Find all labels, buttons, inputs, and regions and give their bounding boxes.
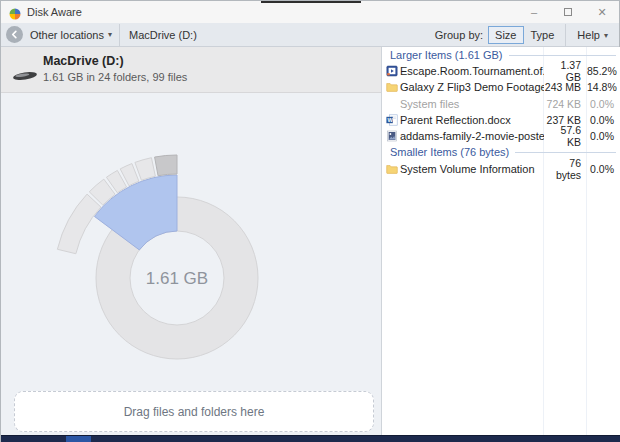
folder-icon <box>385 81 398 93</box>
window-title: Disk Aware <box>27 6 82 18</box>
image-file-icon <box>385 130 398 142</box>
item-name: Parent Reflection.docx <box>398 114 544 126</box>
help-label: Help <box>577 29 600 41</box>
maximize-icon <box>564 8 572 16</box>
toolbar: Other locations ▾ MacDrive (D:) Group by… <box>1 23 619 47</box>
list-item[interactable]: System files724 KB0.0% <box>382 96 620 112</box>
item-name: System files <box>398 98 544 110</box>
item-size: 57.6 KB <box>544 124 587 148</box>
svg-text:W: W <box>387 117 393 123</box>
list-item[interactable]: System Volume Information76 bytes0.0% <box>382 160 620 176</box>
item-size: 724 KB <box>544 98 587 110</box>
breadcrumb[interactable]: MacDrive (D:) <box>120 26 206 44</box>
group-header-rule <box>509 55 617 56</box>
file-list: Larger Items (1.61 GB)Escape.Room.Tourna… <box>382 47 620 177</box>
group-header-label: Larger Items (1.61 GB) <box>390 49 503 61</box>
taskbar-segment <box>66 436 91 442</box>
video-file-icon <box>385 65 398 77</box>
back-arrow-icon <box>10 30 19 39</box>
item-percent: 0.0% <box>587 98 620 110</box>
other-locations-label: Other locations <box>30 29 104 41</box>
drive-header[interactable]: MacDrive (D:) 1.61 GB in 24 folders, 99 … <box>1 47 381 93</box>
chevron-down-icon: ▾ <box>108 30 112 39</box>
chart-outer-segment[interactable] <box>57 194 101 254</box>
maximize-button[interactable] <box>551 1 585 23</box>
drive-name: MacDrive (D:) <box>43 54 124 68</box>
title-bar: Disk Aware – ✕ <box>1 1 619 23</box>
items-panel: Larger Items (1.61 GB)Escape.Room.Tourna… <box>382 47 620 435</box>
group-header-rule <box>515 152 616 153</box>
chart-outer-segment[interactable] <box>135 158 155 181</box>
chart-panel: MacDrive (D:) 1.61 GB in 24 folders, 99 … <box>1 47 381 435</box>
chart-center-label: 1.61 GB <box>146 269 208 288</box>
disk-usage-donut-chart[interactable]: 1.61 GB <box>1 93 381 389</box>
word-doc-icon: W <box>385 114 398 126</box>
disk-icon <box>11 68 39 86</box>
list-item[interactable]: addams-family-2-movie-poster-o...57.6 KB… <box>382 128 620 144</box>
taskbar-strip <box>1 435 620 442</box>
disk-aware-window: Disk Aware – ✕ Other locations ▾ MacDriv… <box>0 0 620 442</box>
help-button[interactable]: Help ▾ <box>570 26 615 44</box>
chart-outer-segment[interactable] <box>155 155 177 176</box>
list-item[interactable]: Escape.Room.Tournament.of.Cha...1.37 GB8… <box>382 63 620 79</box>
item-name: addams-family-2-movie-poster-o... <box>398 130 544 142</box>
item-name: Escape.Room.Tournament.of.Cha... <box>398 65 544 77</box>
minimize-button[interactable]: – <box>517 1 551 23</box>
group-by-type-button[interactable]: Type <box>524 26 562 44</box>
other-locations-button[interactable]: Other locations ▾ <box>23 26 119 44</box>
item-percent: 14.8% <box>587 81 620 93</box>
close-button[interactable]: ✕ <box>585 1 619 23</box>
drag-drop-zone[interactable]: Drag files and folders here <box>14 391 374 432</box>
group-by-label: Group by: <box>435 29 483 41</box>
item-percent: 0.0% <box>587 130 620 142</box>
item-percent: 0.0% <box>587 114 620 126</box>
background-artifact <box>261 1 361 3</box>
item-size: 76 bytes <box>544 157 587 181</box>
group-header-label: Smaller Items (76 bytes) <box>390 146 509 158</box>
item-name: Galaxy Z Flip3 Demo Footage <box>398 81 544 93</box>
item-size: 1.37 GB <box>544 59 587 83</box>
toolbar-separator <box>565 24 566 46</box>
main-area: MacDrive (D:) 1.61 GB in 24 folders, 99 … <box>1 47 620 435</box>
item-size: 243 MB <box>544 81 587 93</box>
item-name: System Volume Information <box>398 163 544 175</box>
item-percent: 85.2% <box>587 65 620 77</box>
list-item[interactable]: Galaxy Z Flip3 Demo Footage243 MB14.8% <box>382 79 620 95</box>
drop-zone-label: Drag files and folders here <box>124 405 265 419</box>
drive-summary: 1.61 GB in 24 folders, 99 files <box>43 71 187 83</box>
chevron-down-icon: ▾ <box>604 31 608 40</box>
back-button[interactable] <box>6 26 23 43</box>
group-by-size-button[interactable]: Size <box>488 26 523 44</box>
app-pie-icon <box>9 6 21 18</box>
folder-icon <box>385 163 398 175</box>
item-percent: 0.0% <box>587 163 620 175</box>
